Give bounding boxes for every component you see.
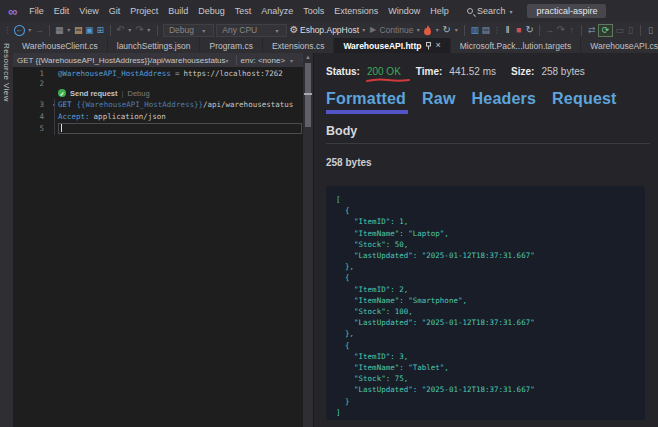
- scrollbar-thumb[interactable]: [305, 63, 311, 127]
- send-request-link[interactable]: Send request: [70, 89, 118, 98]
- chevron-down-icon[interactable]: ▾: [361, 23, 367, 37]
- toolbar-grip-icon[interactable]: ⋮: [492, 23, 501, 37]
- http-request-bar: GET {{WarehouseAPI_HostAddress}}/api/war…: [13, 53, 313, 67]
- editor-line: 5: [13, 122, 303, 134]
- menu-item[interactable]: Analyze: [256, 6, 298, 16]
- body-section-heading: Body: [326, 124, 658, 138]
- url-token: https://localhost:7262: [183, 69, 282, 78]
- debug-request-link[interactable]: Debug: [127, 89, 149, 98]
- editor-line: 4 Accept: application/json: [13, 110, 303, 122]
- navigate-forward-icon[interactable]: →: [35, 23, 44, 37]
- request-selector-dropdown[interactable]: GET {{WarehouseAPI_HostAddress}}/api/war…: [17, 56, 232, 65]
- document-tab[interactable]: launchSettings.json ×: [108, 38, 201, 53]
- search-control[interactable]: Search ▾: [467, 6, 513, 16]
- chevron-down-icon[interactable]: ▾: [146, 23, 152, 37]
- solution-configuration-select[interactable]: Debug ▾: [163, 24, 214, 37]
- output-window-icon[interactable]: ▥: [470, 23, 479, 37]
- visual-studio-logo-icon: ∞: [8, 5, 17, 18]
- response-tab[interactable]: Formatted: [326, 90, 406, 108]
- menu-bar: FileEditViewGitProjectBuildDebugTestAnal…: [24, 6, 454, 16]
- document-tab[interactable]: Microsoft.Pack...lution.targets ×: [451, 38, 582, 53]
- restart-debug-icon[interactable]: ↻: [525, 23, 534, 37]
- section-divider: [326, 143, 650, 144]
- save-all-icon[interactable]: ⊞: [96, 23, 105, 37]
- hot-reload-icon[interactable]: [423, 23, 432, 37]
- menu-item[interactable]: Git: [104, 6, 126, 16]
- chevron-down-icon[interactable]: ▾: [434, 23, 440, 37]
- pause-icon[interactable]: ‖: [503, 23, 512, 37]
- menu-item[interactable]: Help: [425, 6, 454, 16]
- editor-line: 2: [13, 79, 303, 88]
- undo-icon[interactable]: ↶: [116, 23, 125, 37]
- menu-item[interactable]: Build: [163, 6, 193, 16]
- document-tab-label: WarehouseClient.cs: [22, 41, 98, 51]
- http-response-panel: Status: 200 OK Time: 441.52 ms Size: 258…: [313, 53, 658, 427]
- menu-item[interactable]: Extensions: [329, 6, 383, 16]
- redo-icon[interactable]: ↷: [135, 23, 144, 37]
- document-tab[interactable]: WarehouseClient.cs ×: [13, 38, 108, 53]
- pin-icon[interactable]: [425, 42, 432, 50]
- gear-icon: ⚙: [289, 23, 298, 37]
- bookmark-icon[interactable]: ▯: [646, 23, 655, 37]
- tab-actions: ×: [425, 41, 440, 50]
- environment-dropdown[interactable]: env: <none> ▾: [241, 56, 299, 65]
- restart-application-icon[interactable]: ↻: [442, 23, 451, 37]
- exceptions-window-icon[interactable]: ▯: [626, 23, 635, 37]
- play-icon[interactable]: ▶: [369, 23, 378, 37]
- menu-item[interactable]: Project: [125, 6, 163, 16]
- breakpoints-window-icon[interactable]: ▭: [615, 23, 624, 37]
- chevron-down-icon[interactable]: ▾: [415, 23, 421, 37]
- document-tab[interactable]: Extensions.cs ×: [263, 38, 334, 53]
- stop-icon[interactable]: ■: [514, 23, 523, 37]
- document-tab-label: Extensions.cs: [272, 41, 324, 51]
- new-item-icon[interactable]: ▦: [55, 23, 64, 37]
- menu-item[interactable]: View: [74, 6, 103, 16]
- step-out-icon[interactable]: ↑: [567, 23, 576, 37]
- size-label: Size:: [511, 66, 534, 77]
- step-over-icon[interactable]: ↷: [556, 23, 565, 37]
- menu-item[interactable]: Edit: [49, 6, 75, 16]
- current-line-highlight: [58, 123, 302, 134]
- document-tab[interactable]: WarehouseAPI.csproj ×: [581, 38, 658, 53]
- solution-platform-select[interactable]: Any CPU ▾: [216, 24, 287, 37]
- toolbar-grip-icon[interactable]: ⋮: [3, 23, 12, 37]
- standard-toolbar: ⋮ ← ▾ → ▦ ▾ ▤ ▣ ⊞ ↶ ▾ ↷ ▾ Debug ▾ Any CP…: [0, 22, 658, 38]
- menu-item[interactable]: Debug: [193, 6, 230, 16]
- menu-item[interactable]: Window: [383, 6, 425, 16]
- document-tab-label: Program.cs: [209, 41, 252, 51]
- editor-scrollbar[interactable]: ▲: [303, 53, 313, 427]
- startup-project-button[interactable]: Eshop.AppHost: [300, 23, 358, 37]
- menu-item[interactable]: Test: [230, 6, 257, 16]
- document-tab[interactable]: Program.cs ×: [200, 38, 262, 53]
- immediate-window-icon[interactable]: ▤: [481, 23, 490, 37]
- save-icon[interactable]: ▣: [85, 23, 94, 37]
- chevron-down-icon[interactable]: ▾: [27, 23, 33, 37]
- hot-reload-on-save-toggle[interactable]: ⟳: [598, 24, 613, 37]
- attach-process-icon[interactable]: ⇄: [587, 23, 596, 37]
- response-tab[interactable]: Request: [552, 90, 617, 108]
- code-editor[interactable]: 1 @WarehouseAPI_HostAddress = https://lo…: [13, 67, 303, 427]
- close-icon[interactable]: ×: [435, 41, 440, 50]
- open-folder-icon[interactable]: ▤: [74, 23, 83, 37]
- operator-token: =: [175, 69, 180, 78]
- chevron-down-icon[interactable]: ▾: [453, 23, 459, 37]
- variable-token: @WarehouseAPI_HostAddress: [58, 69, 171, 78]
- solution-name-badge[interactable]: practical-aspire: [527, 4, 606, 18]
- environment-value: env: <none>: [241, 56, 285, 65]
- chevron-down-icon[interactable]: ▾: [66, 23, 72, 37]
- response-body-container[interactable]: [ { "ItemID": 1, "ItemName": "Laptop", "…: [326, 186, 645, 420]
- resource-view-tab[interactable]: Resource View: [2, 43, 11, 102]
- search-label: Search: [477, 6, 506, 16]
- chevron-down-icon[interactable]: ▾: [127, 23, 133, 37]
- document-tab[interactable]: WarehouseAPI.http ×: [334, 38, 450, 53]
- chevron-down-icon: ▾: [275, 27, 281, 34]
- response-tab[interactable]: Headers: [472, 90, 537, 108]
- response-tab[interactable]: Raw: [422, 90, 456, 108]
- scrollbar-up-arrow-icon[interactable]: ▲: [303, 53, 313, 62]
- continue-button[interactable]: Continue: [380, 23, 414, 37]
- menu-item[interactable]: Tools: [298, 6, 329, 16]
- check-circle-icon: ✓: [58, 89, 66, 97]
- navigate-back-icon[interactable]: ←: [14, 25, 25, 36]
- show-next-statement-icon[interactable]: →: [545, 23, 554, 37]
- menu-item[interactable]: File: [24, 6, 49, 16]
